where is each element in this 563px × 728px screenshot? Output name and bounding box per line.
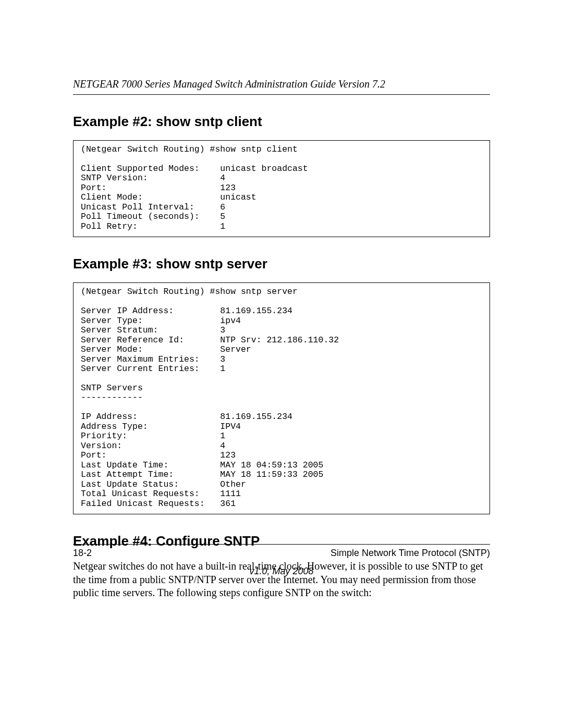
- heading-example-2: Example #2: show sntp client: [73, 114, 490, 130]
- running-header: NETGEAR 7000 Series Managed Switch Admin…: [73, 78, 490, 95]
- page: NETGEAR 7000 Series Managed Switch Admin…: [0, 0, 563, 728]
- footer-rule: [73, 544, 490, 545]
- code-block-sntp-client: (Netgear Switch Routing) #show sntp clie…: [73, 140, 490, 237]
- page-number: 18-2: [73, 548, 92, 559]
- heading-example-3: Example #3: show sntp server: [73, 256, 490, 272]
- code-block-sntp-server: (Netgear Switch Routing) #show sntp serv…: [73, 282, 490, 514]
- chapter-title: Simple Network Time Protocol (SNTP): [331, 548, 490, 559]
- page-footer: 18-2 Simple Network Time Protocol (SNTP)…: [73, 544, 490, 577]
- version-line: v1.0, May 2008: [73, 566, 490, 577]
